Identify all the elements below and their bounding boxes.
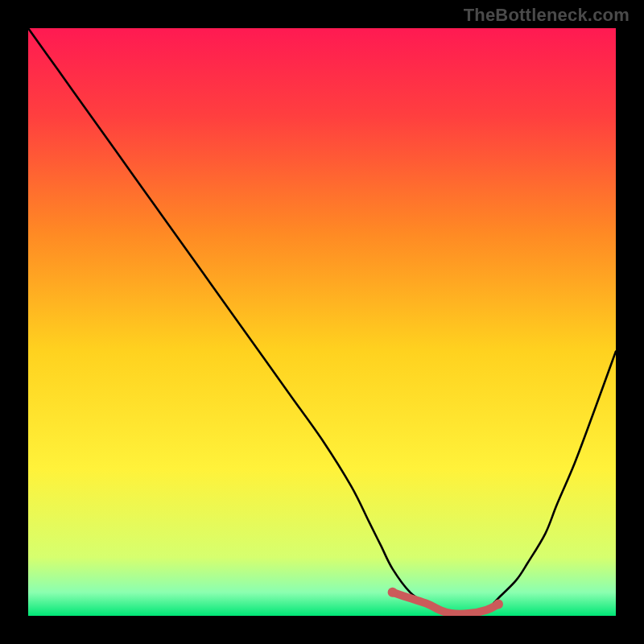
plot-background <box>28 28 616 616</box>
highlight-dot-right <box>493 599 503 609</box>
chart-plot-area <box>28 28 616 616</box>
highlight-dot-left <box>388 588 398 597</box>
watermark-text: TheBottleneck.com <box>464 5 630 26</box>
chart-svg <box>28 28 616 616</box>
